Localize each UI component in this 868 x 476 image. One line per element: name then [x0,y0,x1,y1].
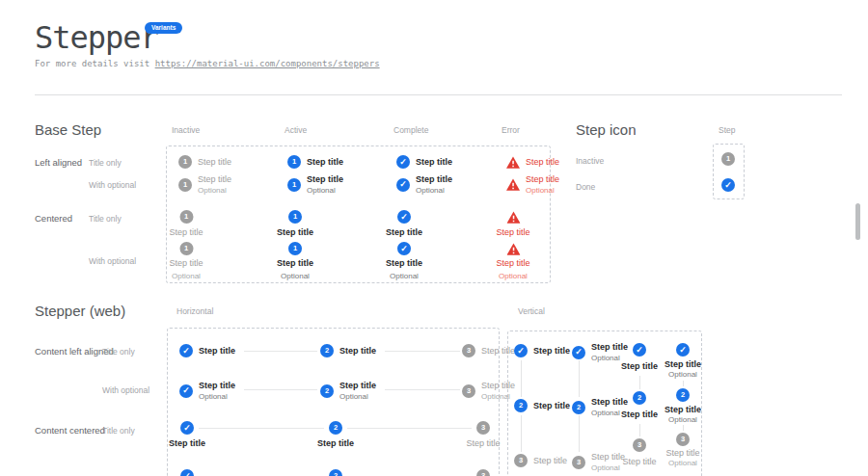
step-number-icon: 1 [178,155,192,169]
step-number-icon: 2 [329,469,342,476]
step-title: Step title [621,410,658,420]
step-active-centered-optional: 1 Step title Optional [277,242,313,280]
step-title: Step title [481,346,515,357]
step-number-icon: 2 [320,384,334,398]
step-optional: Optional [499,272,528,281]
check-circle-icon: ✓ [179,344,193,357]
step-title: Step title [533,401,570,411]
step-title: Step title [199,381,235,391]
step-title: Step title [339,346,376,357]
subtitle-text: For more details visit [35,59,155,68]
step-number-icon: 3 [462,344,475,357]
step-connector [347,428,472,429]
step-connector [683,425,684,431]
step-title: Step title [526,157,559,168]
step-connector [385,351,460,352]
check-circle-icon: ✓ [676,343,690,357]
step-number-icon: 1 [287,155,301,169]
column-label-inactive: Inactive [172,125,200,135]
hstep-complete-optional: ✓ Step titleOptional [179,381,235,401]
step-number-icon: 2 [320,344,334,357]
step-optional: Optional [591,463,625,473]
step-error-centered: Step title [496,210,529,238]
step-optional: Optional [668,370,697,380]
step-number-icon: 3 [514,454,528,467]
step-title: Step title [533,346,570,357]
step-active-left: 1 Step title [287,155,343,169]
hstep-inactive-optional: 3 Step titleOptional [462,381,515,401]
step-optional: Optional [481,392,515,402]
check-circle-icon: ✓ [721,178,735,192]
step-number-icon: 3 [633,438,646,452]
step-connector [521,360,522,397]
step-title: Step title [481,381,515,391]
warning-icon [505,178,520,192]
material-ui-link[interactable]: https://material-ui.com/components/stepp… [155,59,380,68]
step-complete-centered: ✓ Step title [386,210,422,238]
step-connector [579,360,580,397]
column-label-error: Error [502,125,520,135]
variants-badge: Variants [145,22,182,34]
step-connector [244,351,317,352]
step-title: Step title [307,174,343,185]
row-label-content-centered: Content centered [35,425,105,436]
step-connector [579,415,580,452]
check-circle-icon: ✓ [572,346,585,359]
variant-label-with-optional: With optional [89,180,136,190]
step-inactive-left-optional: 1 Step titleOptional [178,174,231,195]
step-title: Step title [416,174,452,185]
step-title: Step title [339,381,376,391]
step-title: Step title [496,227,529,238]
step-number-icon: 2 [514,399,528,412]
step-optional: Optional [198,186,231,196]
step-title: Step title [317,438,354,449]
step-title: Step title [591,342,628,353]
hstep-active: 2 Step title [320,344,376,357]
stepper-spec-page: Stepper Variants For more details visit … [0,0,868,476]
step-number-icon: 1 [179,242,193,255]
step-connector [199,428,324,429]
step-title: Step title [533,456,567,466]
step-optional: Optional [668,459,697,468]
step-number-icon: 3 [676,433,690,446]
step-title: Step title [665,359,701,370]
variant-label-title-only: Title only [102,426,135,436]
warning-icon [506,210,521,224]
step-title: Step title [665,405,701,415]
step-title: Step title [621,361,658,372]
step-number-icon: 1 [721,152,735,166]
step-complete-centered-optional: ✓ Step title Optional [386,242,422,280]
vstep-complete: ✓ Step title [514,344,570,357]
vertical-scrollbar-thumb[interactable] [855,203,860,240]
check-circle-icon: ✓ [396,178,410,192]
step-optional: Optional [281,272,310,281]
step-title: Step title [169,438,205,449]
step-number-icon: 1 [178,178,192,192]
variant-label-title-only: Title only [102,347,135,357]
row-label-left-aligned: Left aligned [35,157,82,168]
step-title: Step title [277,258,313,269]
step-number-icon: 3 [572,456,585,469]
step-active-centered: 1 Step title [277,210,313,238]
step-title: Step title [198,174,231,185]
hstep-inactive: 3 Step title [462,344,515,357]
step-title: Step title [416,157,452,168]
step-number-icon: 1 [179,210,193,224]
step-title: Step title [622,457,656,467]
step-error-centered-optional: Step title Optional [496,242,529,280]
step-number-icon: 2 [329,421,342,435]
vstep-inactive-optional: 3 Step titleOptional [572,452,625,472]
column-label-step: Step [719,125,736,135]
row-label-inactive: Inactive [576,156,604,166]
subtitle: For more details visit https://material-… [35,59,380,68]
step-title: Step title [169,258,203,269]
step-number-icon: 3 [462,384,475,398]
step-number-icon: 3 [476,469,490,476]
step-number-icon: 2 [676,388,690,402]
variant-label-with-optional: With optional [89,256,136,266]
section-heading-step-icon: Step icon [576,121,637,138]
step-title: Step title [466,438,500,449]
column-label-horizontal: Horizontal [176,306,213,316]
step-error-left-optional: Step titleOptional [505,174,559,195]
step-optional: Optional [526,186,559,196]
